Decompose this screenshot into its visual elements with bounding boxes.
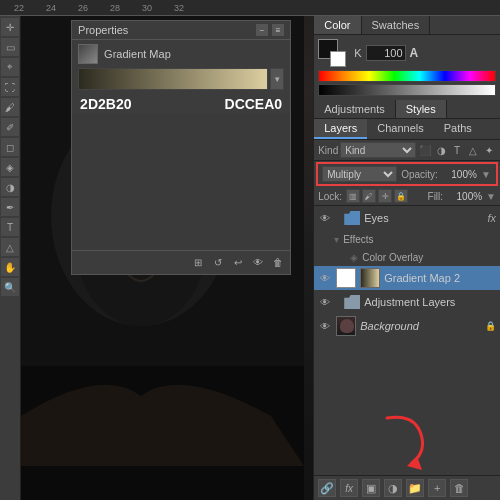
left-toolbar: ✛ ▭ ⌖ ⛶ 🖌 ✐ ◻ ◈ ◑ ✒ T △ ✋ 🔍 xyxy=(0,16,21,500)
tool-clone[interactable]: ✐ xyxy=(1,118,19,136)
svg-marker-6 xyxy=(407,456,422,470)
tool-zoom[interactable]: 🔍 xyxy=(1,278,19,296)
layers-bottom-bar: 🔗 fx ▣ ◑ 📁 + 🗑 xyxy=(314,475,500,500)
tool-brush[interactable]: 🖌 xyxy=(1,98,19,116)
tab-layers[interactable]: Layers xyxy=(314,119,367,139)
layer-tabs: Layers Channels Paths xyxy=(314,119,500,140)
right-panel: Color Swatches K A Adjustments Styles xyxy=(313,16,500,500)
new-layer-btn[interactable]: + xyxy=(428,479,446,497)
filter-type-icon[interactable]: T xyxy=(450,143,464,157)
effects-label: Effects xyxy=(343,234,373,245)
fg-bg-swatch[interactable] xyxy=(318,39,346,67)
ruler-marks: 22 24 26 28 30 32 xyxy=(14,3,184,13)
properties-collapse-btn[interactable]: ≡ xyxy=(272,24,284,36)
tab-channels[interactable]: Channels xyxy=(367,119,433,139)
visibility-gradient-map[interactable]: 👁 xyxy=(318,271,332,285)
tool-hand[interactable]: ✋ xyxy=(1,258,19,276)
color-overlay-icon: ◈ xyxy=(350,252,358,263)
tool-eraser[interactable]: ◻ xyxy=(1,138,19,156)
tool-lasso[interactable]: ⌖ xyxy=(1,58,19,76)
filter-smart-icon[interactable]: ✦ xyxy=(482,143,496,157)
props-refresh-btn[interactable]: ↺ xyxy=(210,255,226,271)
tool-dodge[interactable]: ◑ xyxy=(1,178,19,196)
tab-swatches[interactable]: Swatches xyxy=(362,16,431,34)
opacity-dropdown-icon[interactable]: ▼ xyxy=(481,169,491,180)
background-swatch[interactable] xyxy=(330,51,346,67)
tab-color[interactable]: Color xyxy=(314,16,361,34)
layer-item-gradient-map-2[interactable]: 👁 Gradient Map 2 xyxy=(314,266,500,290)
layer-name-eyes: Eyes xyxy=(364,212,483,224)
arrow-svg xyxy=(367,408,447,473)
new-fill-adj-btn[interactable]: ◑ xyxy=(384,479,402,497)
fill-label: Fill: xyxy=(428,191,444,202)
tab-adjustments[interactable]: Adjustments xyxy=(314,100,396,118)
opacity-label: Opacity: xyxy=(401,169,438,180)
layers-list: 👁 Eyes fx ▾ Effects ◈ Color Overlay 👁 xyxy=(314,206,500,405)
layer-name-gradient-map-2: Gradient Map 2 xyxy=(384,272,496,284)
kind-select[interactable]: Kind xyxy=(340,142,416,158)
blend-mode-select[interactable]: Multiply Normal Screen Overlay xyxy=(322,166,397,182)
props-delete-btn[interactable]: 🗑 xyxy=(270,255,286,271)
gradient-expand-btn[interactable]: ▼ xyxy=(270,68,284,90)
spectrum-bar[interactable] xyxy=(318,70,496,82)
tab-paths[interactable]: Paths xyxy=(434,119,482,139)
properties-controls: − ≡ xyxy=(256,24,284,36)
filter-adjust-icon[interactable]: ◑ xyxy=(434,143,448,157)
lock-transparent-btn[interactable]: ▥ xyxy=(346,189,360,203)
properties-header: Properties − ≡ xyxy=(72,21,290,40)
visibility-background[interactable]: 👁 xyxy=(318,319,332,333)
gradient-map-row: Gradient Map xyxy=(72,40,290,68)
photo-area: Properties − ≡ Gradient Map ▼ 2D2B xyxy=(21,16,313,500)
lock-paint-btn[interactable]: 🖌 xyxy=(362,189,376,203)
color-swatch-row: K A xyxy=(318,39,496,67)
props-reset-btn[interactable]: ↩ xyxy=(230,255,246,271)
props-visibility-btn[interactable]: 👁 xyxy=(250,255,266,271)
tool-select[interactable]: ▭ xyxy=(1,38,19,56)
layer-name-adjustment-layers: Adjustment Layers xyxy=(364,296,496,308)
layer-name-background: Background xyxy=(360,320,481,332)
color-label-right: DCCEA0 xyxy=(225,96,283,112)
layer-thumb-gradient xyxy=(360,268,380,288)
lock-icons: ▥ 🖌 ✛ 🔒 xyxy=(346,189,408,203)
filter-shape-icon[interactable]: △ xyxy=(466,143,480,157)
brightness-bar[interactable] xyxy=(318,84,496,96)
properties-body: ⊞ ↺ ↩ 👁 🗑 xyxy=(72,114,290,274)
properties-panel: Properties − ≡ Gradient Map ▼ 2D2B xyxy=(71,20,291,275)
fill-value: 100% xyxy=(447,191,482,202)
color-area: K A xyxy=(314,35,500,100)
color-label-left: 2D2B20 xyxy=(80,96,131,112)
tool-shape[interactable]: △ xyxy=(1,238,19,256)
fill-dropdown-icon[interactable]: ▼ xyxy=(486,191,496,202)
lock-move-btn[interactable]: ✛ xyxy=(378,189,392,203)
tab-styles[interactable]: Styles xyxy=(396,100,447,118)
tool-gradient[interactable]: ◈ xyxy=(1,158,19,176)
props-new-btn[interactable]: ⊞ xyxy=(190,255,206,271)
gradient-bar-container[interactable] xyxy=(78,68,268,90)
layer-item-eyes[interactable]: 👁 Eyes fx xyxy=(314,206,500,230)
tool-move[interactable]: ✛ xyxy=(1,18,19,36)
layer-item-adjustment-layers[interactable]: 👁 Adjustment Layers xyxy=(314,290,500,314)
kind-label: Kind xyxy=(318,145,338,156)
layer-item-background[interactable]: 👁 Background 🔒 xyxy=(314,314,500,338)
new-group-btn[interactable]: 📁 xyxy=(406,479,424,497)
color-overlay-item: ◈ Color Overlay xyxy=(346,248,500,266)
add-style-btn[interactable]: fx xyxy=(340,479,358,497)
color-labels: 2D2B20 DCCEA0 xyxy=(72,94,290,114)
lock-all-btn[interactable]: 🔒 xyxy=(394,189,408,203)
link-layers-btn[interactable]: 🔗 xyxy=(318,479,336,497)
delete-layer-btn[interactable]: 🗑 xyxy=(450,479,468,497)
add-mask-btn[interactable]: ▣ xyxy=(362,479,380,497)
visibility-eyes[interactable]: 👁 xyxy=(318,211,332,225)
tool-text[interactable]: T xyxy=(1,218,19,236)
lock-fill-row: Lock: ▥ 🖌 ✛ 🔒 Fill: 100% ▼ xyxy=(314,187,500,206)
effects-item: ▾ Effects xyxy=(330,230,500,248)
opacity-value: 100% xyxy=(442,169,477,180)
channel-value-input[interactable] xyxy=(366,45,406,61)
properties-minimize-btn[interactable]: − xyxy=(256,24,268,36)
visibility-adjustment-layers[interactable]: 👁 xyxy=(318,295,332,309)
filter-pixel-icon[interactable]: ⬛ xyxy=(418,143,432,157)
main-layout: ✛ ▭ ⌖ ⛶ 🖌 ✐ ◻ ◈ ◑ ✒ T △ ✋ 🔍 xyxy=(0,16,500,500)
tool-pen[interactable]: ✒ xyxy=(1,198,19,216)
effects-arrow: ▾ xyxy=(334,234,339,245)
tool-crop[interactable]: ⛶ xyxy=(1,78,19,96)
